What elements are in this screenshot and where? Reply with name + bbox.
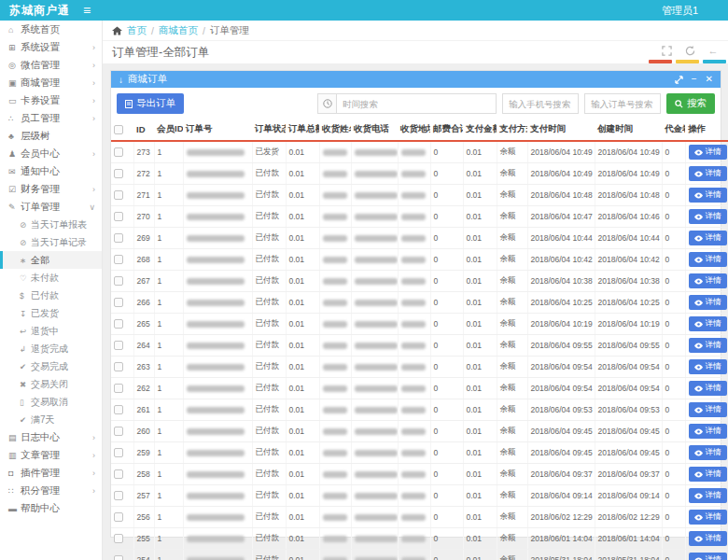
row-checkbox[interactable] [114, 491, 123, 500]
cell-create-time: 2018/06/04 10:42 [595, 249, 662, 271]
row-checkbox[interactable] [114, 469, 123, 479]
row-checkbox[interactable] [114, 190, 123, 200]
sidebar-item-coupon-settings[interactable]: ▭卡券设置› [0, 91, 102, 109]
cell-order-no [183, 442, 252, 464]
detail-button[interactable]: 详情 [689, 188, 727, 203]
detail-button[interactable]: 详情 [689, 402, 727, 417]
time-search-input[interactable] [336, 93, 497, 114]
row-checkbox[interactable] [114, 341, 123, 350]
row-checkbox[interactable] [114, 147, 123, 157]
detail-button[interactable]: 详情 [689, 445, 727, 460]
detail-button[interactable]: 详情 [689, 273, 727, 288]
sidebar-item-notice-center[interactable]: ✉通知中心 [0, 162, 102, 180]
phone-search-input[interactable] [502, 93, 579, 114]
cell-pay-method: 余额 [497, 399, 527, 421]
detail-button[interactable]: 详情 [689, 531, 727, 546]
plug-icon: ◘ [8, 469, 21, 478]
cell-pay-amount: 0.01 [463, 442, 497, 464]
sidebar-item-today-order-record[interactable]: ⊘当天订单记录 [0, 233, 102, 251]
cell-postage: 0 [430, 163, 463, 185]
detail-button[interactable]: 详情 [689, 231, 727, 245]
refresh-icon[interactable] [684, 45, 695, 56]
row-checkbox[interactable] [114, 384, 123, 393]
sidebar-item-mall-manage[interactable]: ▣商城管理› [0, 74, 102, 91]
detail-button[interactable]: 详情 [689, 467, 727, 482]
detail-button[interactable]: 详情 [689, 381, 727, 396]
row-checkbox[interactable] [114, 169, 123, 178]
sidebar-item-finance-manage[interactable]: ☑财务管理› [0, 180, 102, 198]
order-search-input[interactable] [584, 93, 661, 114]
row-checkbox[interactable] [114, 555, 123, 560]
sidebar-item-plugin-manage[interactable]: ◘插件管理› [0, 464, 102, 482]
detail-button[interactable]: 详情 [689, 424, 727, 439]
row-checkbox[interactable] [114, 233, 123, 243]
sidebar-item-all-orders[interactable]: ∗全部 [0, 251, 102, 269]
cell-create-time: 2018/06/04 09:45 [595, 442, 662, 464]
sidebar-item-returning[interactable]: ↩退货中 [0, 322, 102, 340]
row-checkbox[interactable] [114, 362, 123, 371]
sidebar-item-log-center[interactable]: ▤日志中心› [0, 428, 102, 446]
detail-button[interactable]: 详情 [689, 316, 727, 331]
row-checkbox[interactable] [114, 534, 123, 543]
sidebar-item-today-order-report[interactable]: ⊘当天订单报表 [0, 216, 102, 233]
select-all-checkbox[interactable] [114, 125, 123, 134]
row-checkbox[interactable] [114, 276, 123, 286]
sidebar-item-label: 满7天 [31, 413, 55, 427]
fullscreen-icon[interactable] [661, 45, 672, 56]
sidebar-item-order-manage[interactable]: ✎订单管理∨ [0, 198, 102, 216]
detail-button[interactable]: 详情 [689, 295, 727, 310]
cell-receiver-address [398, 421, 430, 442]
sidebar-item-points-manage[interactable]: ∷积分管理› [0, 482, 102, 499]
row-checkbox[interactable] [114, 212, 123, 221]
row-checkbox[interactable] [114, 448, 123, 457]
sidebar-item-level-tree[interactable]: ♣层级树 [0, 127, 102, 145]
sidebar-item-member-center[interactable]: ♟会员中心› [0, 145, 102, 162]
sidebar-item-trade-cancel[interactable]: ▯交易取消 [0, 393, 102, 411]
sidebar-item-system-home[interactable]: ⌂系统首页 [0, 21, 102, 38]
row-select-cell [111, 442, 133, 464]
redacted-text [323, 364, 347, 371]
app-title: 苏城商户通 [0, 3, 70, 19]
sidebar-item-shipped[interactable]: ↧已发货 [0, 304, 102, 322]
detail-button[interactable]: 详情 [689, 252, 727, 267]
hamburger-menu-icon[interactable]: ≡ [83, 4, 91, 17]
detail-button[interactable]: 详情 [689, 553, 727, 560]
breadcrumb-home[interactable]: 首页 [127, 24, 147, 37]
breadcrumb-mall-home[interactable]: 商城首页 [159, 24, 198, 37]
close-panel-icon[interactable]: ✕ [706, 75, 713, 84]
cell-member-id: 1 [154, 228, 183, 249]
row-select-cell [111, 464, 133, 485]
sidebar-item-system-settings[interactable]: ⊞系统设置› [0, 38, 102, 56]
row-checkbox[interactable] [114, 512, 123, 522]
minimize-icon[interactable]: − [692, 75, 697, 84]
export-orders-button[interactable]: 导出订单 [117, 93, 184, 114]
row-checkbox[interactable] [114, 298, 123, 307]
collapse-arrow-icon[interactable]: ↓ [119, 75, 123, 85]
detail-button[interactable]: 详情 [689, 338, 727, 353]
row-checkbox[interactable] [114, 405, 123, 414]
sidebar-item-over-7-days[interactable]: ✔满7天 [0, 411, 102, 428]
sidebar-item-wechat-manage[interactable]: ◎微信管理› [0, 56, 102, 74]
detail-button[interactable]: 详情 [689, 166, 727, 181]
detail-button[interactable]: 详情 [689, 510, 727, 525]
sidebar-item-paid[interactable]: $已付款 [0, 287, 102, 304]
detail-button[interactable]: 详情 [689, 359, 727, 374]
sidebar-item-help-center[interactable]: ▬帮助中心 [0, 499, 102, 517]
detail-button[interactable]: 详情 [689, 145, 727, 160]
sidebar-item-return-done[interactable]: ↲退货完成 [0, 340, 102, 357]
row-checkbox[interactable] [114, 427, 123, 436]
back-arrow-icon[interactable]: ← [707, 45, 719, 56]
current-user[interactable]: 管理员1 [662, 4, 698, 18]
sidebar-item-staff-manage[interactable]: ∴员工管理› [0, 109, 102, 127]
sidebar-item-article-manage[interactable]: ▥文章管理› [0, 446, 102, 464]
sidebar-item-trade-closed[interactable]: ✖交易关闭 [0, 375, 102, 393]
calendar-icon: ▤ [8, 433, 21, 442]
row-checkbox[interactable] [114, 319, 123, 329]
search-button[interactable]: 搜索 [666, 93, 715, 114]
row-checkbox[interactable] [114, 255, 123, 264]
sidebar-item-trade-done[interactable]: ✔交易完成 [0, 357, 102, 375]
sidebar-item-unpaid[interactable]: ♡未付款 [0, 269, 102, 287]
detail-button[interactable]: 详情 [689, 488, 727, 503]
resize-icon[interactable] [675, 76, 683, 84]
detail-button[interactable]: 详情 [689, 209, 727, 224]
